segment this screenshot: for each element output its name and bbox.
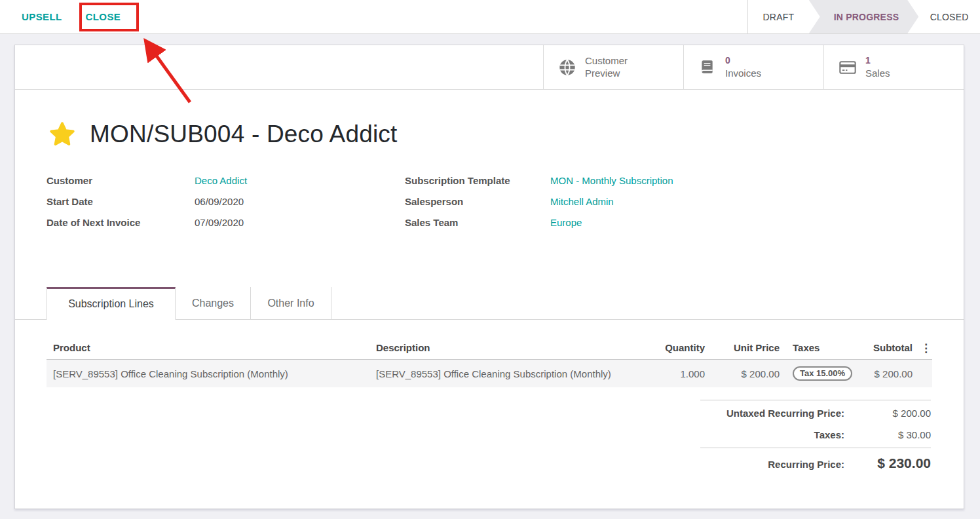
cell-description[interactable]: [SERV_89553] Office Cleaning Subscriptio… (369, 360, 656, 388)
field-label-salesperson: Salesperson (405, 196, 550, 207)
close-button[interactable]: CLOSE (86, 11, 121, 22)
column-header-unit-price: Unit Price (711, 337, 786, 360)
field-label-sales-team: Sales Team (405, 217, 550, 228)
field-label-date-of-next-invoice: Date of Next Invoice (47, 217, 195, 228)
invoices-button[interactable]: 0 Invoices (683, 45, 823, 89)
field-value-salesperson[interactable]: Mitchell Admin (550, 196, 964, 207)
field-value-start-date[interactable]: 06/09/2020 (195, 196, 405, 207)
invoices-label: Invoices (725, 67, 761, 79)
taxes-total-row: Taxes: $ 30.00 (700, 424, 931, 446)
untaxed-total-label: Untaxed Recurring Price: (700, 408, 844, 419)
table-header-row: Product Description Quantity Unit Price … (47, 337, 932, 360)
column-header-taxes: Taxes (786, 337, 865, 360)
field-value-sales-team[interactable]: Europe (550, 217, 964, 228)
globe-icon (558, 58, 576, 77)
sales-button[interactable]: 1 Sales (823, 45, 964, 89)
column-header-description: Description (369, 337, 656, 360)
form-sheet: Customer Preview 0 Invoices (14, 45, 964, 509)
field-label-start-date: Start Date (47, 196, 195, 207)
kebab-icon[interactable]: ⋮ (920, 342, 932, 355)
top-bar: UPSELL CLOSE DRAFT IN PROGRESS CLOSED (0, 0, 980, 34)
customer-preview-button[interactable]: Customer Preview (543, 45, 683, 89)
recurring-price-row: Recurring Price: $ 230.00 (700, 448, 931, 476)
totals-block: Untaxed Recurring Price: $ 200.00 Taxes:… (700, 400, 931, 476)
untaxed-total-value: $ 200.00 (844, 408, 931, 419)
invoices-count: 0 (725, 55, 730, 66)
sales-label: Sales (865, 67, 890, 79)
title-row: MON/SUB004 - Deco Addict (48, 120, 964, 149)
column-header-product: Product (47, 337, 369, 360)
smart-button-box: Customer Preview 0 Invoices (15, 45, 964, 90)
field-value-customer[interactable]: Deco Addict (195, 175, 405, 186)
field-label-subscription-template: Subscription Template (405, 175, 550, 186)
field-value-date-of-next-invoice[interactable]: 07/09/2020 (195, 217, 405, 228)
column-header-subtotal: Subtotal (865, 337, 919, 360)
recurring-price-label: Recurring Price: (700, 459, 844, 470)
tab-changes[interactable]: Changes (176, 287, 251, 319)
notebook: Subscription Lines Changes Other Info Pr… (15, 287, 964, 476)
favorite-star-icon[interactable] (48, 120, 77, 149)
column-header-quantity: Quantity (656, 337, 711, 360)
field-label-customer: Customer (47, 175, 195, 186)
status-draft[interactable]: DRAFT (748, 0, 809, 33)
sales-count: 1 (865, 55, 871, 66)
upsell-button[interactable]: UPSELL (22, 11, 62, 22)
taxes-total-label: Taxes: (700, 429, 844, 440)
status-in-progress[interactable]: IN PROGRESS (809, 0, 919, 33)
tab-bar: Subscription Lines Changes Other Info (15, 287, 964, 320)
taxes-total-value: $ 30.00 (844, 429, 931, 440)
cell-quantity[interactable]: 1.000 (656, 360, 711, 388)
tab-subscription-lines[interactable]: Subscription Lines (47, 287, 176, 320)
tax-badge[interactable]: Tax 15.00% (793, 366, 852, 381)
smart-button-label-line2: Preview (585, 67, 620, 79)
status-closed[interactable]: CLOSED (918, 0, 980, 33)
subscription-lines-table: Product Description Quantity Unit Price … (47, 337, 932, 387)
table-row[interactable]: [SERV_89553] Office Cleaning Subscriptio… (47, 360, 932, 388)
tab-other-info[interactable]: Other Info (251, 287, 331, 319)
cell-subtotal: $ 200.00 (865, 360, 919, 388)
field-value-subscription-template[interactable]: MON - Monthly Subscription (550, 175, 964, 186)
status-bar: DRAFT IN PROGRESS CLOSED (747, 0, 980, 33)
credit-card-icon (839, 58, 857, 77)
recurring-price-value: $ 230.00 (844, 455, 931, 471)
untaxed-total-row: Untaxed Recurring Price: $ 200.00 (700, 400, 931, 424)
cell-product[interactable]: [SERV_89553] Office Cleaning Subscriptio… (47, 360, 369, 388)
field-group: Customer Deco Addict Subscription Templa… (47, 175, 964, 228)
book-icon (698, 58, 717, 77)
record-title: MON/SUB004 - Deco Addict (90, 121, 398, 148)
action-buttons: UPSELL CLOSE (0, 0, 747, 33)
cell-unit-price[interactable]: $ 200.00 (711, 360, 786, 388)
smart-button-label-line1: Customer (585, 55, 628, 66)
